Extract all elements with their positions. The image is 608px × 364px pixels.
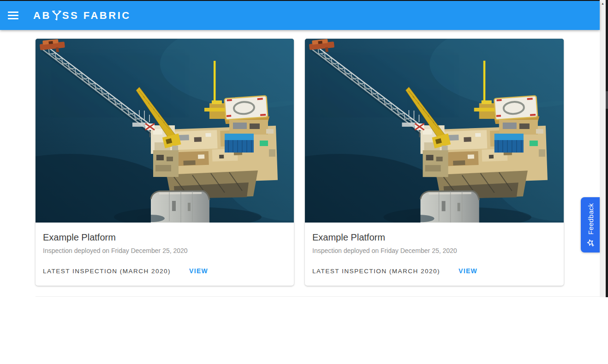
scroll-up-arrow-icon[interactable]: ▲ xyxy=(600,0,606,7)
card-title: Example Platform xyxy=(312,232,556,243)
trident-y-icon xyxy=(52,10,61,20)
star-plus-icon xyxy=(586,239,594,247)
feedback-button[interactable]: Feedback xyxy=(581,197,600,252)
platform-card: Example Platform Inspection deployed on … xyxy=(305,39,564,286)
brand-prefix: AB xyxy=(33,10,51,22)
scrollbar-track[interactable]: ▲ xyxy=(600,0,606,297)
platform-card: Example Platform Inspection deployed on … xyxy=(36,39,294,286)
feedback-label: Feedback xyxy=(586,203,594,235)
latest-inspection-label: LATEST INSPECTION (MARCH 2020) xyxy=(312,268,440,275)
platform-photo xyxy=(305,39,564,223)
view-button[interactable]: VIEW xyxy=(185,264,212,277)
brand-suffix: SS FABRIC xyxy=(62,10,131,22)
view-button[interactable]: VIEW xyxy=(455,264,481,277)
window-right-edge xyxy=(606,0,608,297)
card-subtitle: Inspection deployed on Friday December 2… xyxy=(312,247,556,254)
edge-scroll-thumb xyxy=(606,91,608,109)
platform-photo xyxy=(36,39,294,223)
card-subtitle: Inspection deployed on Friday December 2… xyxy=(43,247,286,254)
latest-inspection-label: LATEST INSPECTION (MARCH 2020) xyxy=(43,268,171,275)
hamburger-menu-button[interactable] xyxy=(4,6,22,25)
app-bar: AB SS FABRIC xyxy=(0,1,600,30)
viewport-bottom-edge xyxy=(36,296,600,297)
app-screen: ▲ AB SS FABRIC Example Platform Inspecti… xyxy=(0,0,608,364)
brand-logo: AB SS FABRIC xyxy=(33,10,131,22)
card-title: Example Platform xyxy=(43,232,286,243)
